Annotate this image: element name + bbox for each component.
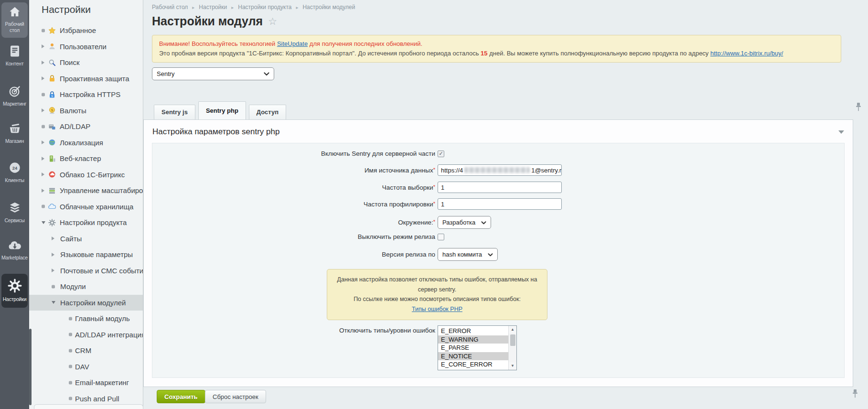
required-asterisk: * — [433, 201, 435, 206]
settings-panel: Настройка параметров sentry php Включить… — [143, 119, 853, 387]
main-content: Рабочий стол ▸ Настройки ▸ Настройки про… — [143, 0, 868, 409]
sample-rate-input[interactable] — [438, 182, 562, 193]
rail-item-settings[interactable]: Настройки — [1, 274, 28, 308]
form-row-error-types: Отключить типы/уровни ошибок E_ERROR E_W… — [152, 325, 844, 370]
dsn-input[interactable]: https://4 1@sentry.r — [438, 164, 562, 176]
field-label: Имя источника данных* — [152, 167, 438, 174]
sidebar-item-https[interactable]: SНастройка HTTPS — [29, 86, 143, 103]
bullet-marker — [42, 29, 45, 32]
expand-arrow-icon — [42, 44, 44, 48]
sidebar-item-mail-sms-events[interactable]: Почтовые и СМС события — [29, 263, 143, 279]
save-button[interactable]: Сохранить — [157, 390, 205, 403]
field-label: Версия релиза по — [152, 251, 438, 258]
sidebar-item-scaling[interactable]: Управление масштабирован — [29, 183, 143, 199]
release-version-select[interactable]: hash коммита — [438, 248, 498, 261]
clients-24-icon: 24 — [1, 161, 28, 176]
scrollbar-thumb[interactable] — [510, 334, 515, 346]
environment-select[interactable]: Разработка — [438, 216, 491, 229]
breadcrumb-item[interactable]: Рабочий стол — [152, 4, 188, 11]
scroll-up-icon[interactable]: ▲ — [509, 326, 516, 334]
listbox-option[interactable]: E_PARSE — [438, 344, 508, 352]
error-types-listbox[interactable]: E_ERROR E_WARNING E_PARSE E_NOTICE E_COR… — [438, 325, 517, 370]
sidebar-item-language-params[interactable]: Языковые параметры — [29, 247, 143, 263]
sidebar-item-dav[interactable]: DAV — [29, 359, 143, 375]
collapse-arrow-icon — [42, 221, 45, 224]
rail-item-clients[interactable]: 24 Клиенты — [1, 161, 28, 183]
sidebar-scrollbar[interactable] — [29, 329, 32, 405]
bullet-marker — [69, 317, 72, 320]
layers-icon — [1, 202, 28, 216]
field-label: Частота выборки* — [152, 184, 438, 191]
bullet-marker — [69, 397, 72, 400]
form-row-disable-release: Выключить режим релиза — [152, 233, 844, 240]
sidebar-item-crm[interactable]: CRM — [29, 343, 143, 359]
rail-item-services[interactable]: Сервисы — [1, 202, 28, 224]
chevron-down-icon — [481, 219, 486, 226]
bullet-marker — [52, 285, 55, 288]
breadcrumb-item[interactable]: Настройки модулей — [302, 4, 355, 11]
collapse-chevron-icon[interactable] — [838, 130, 844, 134]
breadcrumb-item[interactable]: Настройки — [199, 4, 227, 11]
sidebar-item-adldap[interactable]: AD/LDAP — [29, 118, 143, 135]
rail-item-content[interactable]: Контент — [1, 45, 28, 67]
sidebar-item-adldap-integration[interactable]: AD/LDAP интеграция — [29, 327, 143, 343]
php-error-types-link[interactable]: Типы ошибок PHP — [412, 306, 462, 312]
panel-header: Настройка параметров sentry php — [144, 120, 853, 142]
cart-icon — [1, 122, 28, 137]
rail-item-label: Сервисы — [1, 217, 28, 224]
sidebar-item-modules[interactable]: Модули — [29, 279, 143, 295]
buy-link[interactable]: http://www.1c-bitrix.ru/buy/ — [710, 50, 783, 57]
bullet-marker — [42, 205, 45, 208]
module-select[interactable]: Sentry — [152, 67, 274, 80]
tab-sentry-js[interactable]: Sentry js — [154, 105, 195, 119]
expand-arrow-icon — [42, 172, 44, 176]
disable-release-checkbox[interactable] — [438, 234, 444, 240]
rail-item-marketplace[interactable]: Marketplace — [1, 240, 28, 261]
listbox-scrollbar[interactable]: ▲ ▼ — [508, 326, 516, 370]
listbox-option[interactable]: E_CORE_ERROR — [438, 360, 508, 369]
sidebar-item-favorites[interactable]: Избранное — [29, 22, 143, 39]
sidebar-item-users[interactable]: Пользователи — [29, 39, 143, 55]
note-line1: Данная настройка позволяет отключать тип… — [332, 275, 542, 294]
breadcrumb-separator-icon: ▸ — [192, 5, 194, 10]
tab-access[interactable]: Доступ — [249, 105, 286, 119]
bullet-marker — [69, 381, 72, 384]
sidebar-item-bitrix-cloud[interactable]: Облако 1С-Битрикс — [29, 167, 143, 183]
sidebar-item-cloud-storage[interactable]: Облачные хранилища — [29, 199, 143, 215]
sidebar-item-product-settings[interactable]: Настройки продукта — [29, 215, 143, 231]
siteupdate-link[interactable]: SiteUpdate — [277, 40, 308, 47]
sidebar-item-search[interactable]: Поиск — [29, 54, 143, 71]
scroll-down-icon[interactable]: ▼ — [509, 362, 516, 370]
sidebar-footer-panel — [34, 404, 143, 409]
sidebar-item-proactive-protection[interactable]: Проактивная защита — [29, 71, 143, 87]
rail-item-label: Клиенты — [1, 177, 28, 183]
tab-sentry-php[interactable]: Sentry php — [198, 101, 246, 119]
breadcrumb-item[interactable]: Настройки продукта — [238, 4, 291, 11]
sidebar-item-email-marketing[interactable]: Email-маркетинг — [29, 375, 143, 391]
sidebar-item-currencies[interactable]: SВалюты — [29, 103, 143, 119]
favorite-star-icon[interactable]: ☆ — [268, 16, 277, 27]
required-asterisk: * — [433, 167, 435, 172]
rail-item-shop[interactable]: Магазин — [1, 122, 28, 144]
field-label: Частота профилировки* — [152, 201, 438, 208]
form-row-sample-rate: Частота выборки* — [152, 182, 844, 193]
sidebar-item-web-cluster[interactable]: Веб-кластер — [29, 151, 143, 167]
rail-item-marketing[interactable]: Маркетинг — [1, 85, 28, 107]
svg-text:S: S — [51, 95, 53, 97]
pin-icon[interactable] — [852, 389, 858, 400]
sidebar-item-main-module[interactable]: Главный модуль — [29, 311, 143, 327]
search-icon — [48, 59, 56, 66]
listbox-option[interactable]: E_WARNING — [438, 335, 508, 344]
listbox-option[interactable]: E_NOTICE — [438, 352, 508, 361]
profiling-rate-input[interactable] — [438, 198, 562, 210]
pin-icon[interactable] — [855, 102, 862, 114]
rail-item-desktop[interactable]: Рабочий стол — [1, 2, 28, 38]
sidebar-item-sites[interactable]: Сайты — [29, 231, 143, 247]
listbox-option[interactable]: E_ERROR — [438, 327, 508, 335]
sidebar-item-localization[interactable]: Локализация — [29, 135, 143, 151]
reset-settings-button[interactable]: Сброс настроек — [205, 390, 266, 403]
enable-sentry-checkbox[interactable]: ✓ — [438, 151, 444, 157]
form-row-release-version: Версия релиза по hash коммита — [152, 248, 844, 261]
required-asterisk: * — [433, 219, 435, 225]
sidebar-item-module-settings[interactable]: Настройки модулей — [29, 295, 143, 311]
